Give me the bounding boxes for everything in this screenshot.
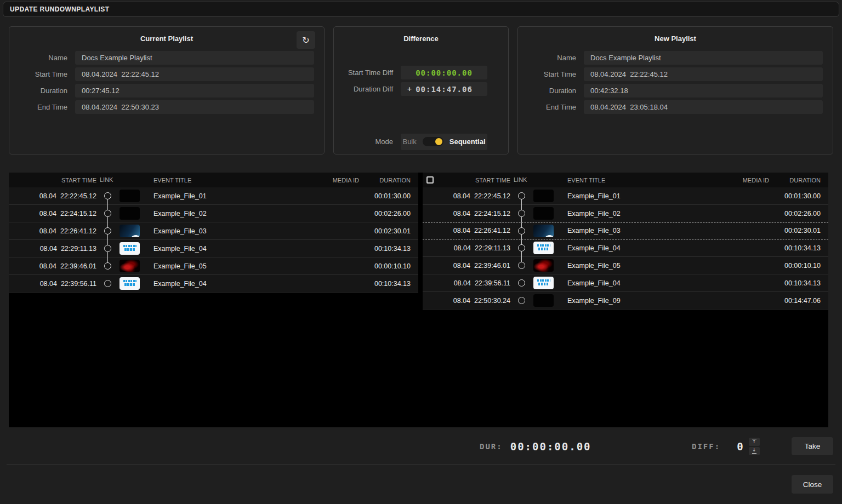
table-row[interactable]: 08.04 22:24:15.12Example_File_0200:02:26…: [9, 205, 418, 222]
link-icon[interactable]: [104, 280, 111, 287]
cell-start-time: 08.04 22:24:15.12: [9, 210, 96, 217]
new-playlist-panel: New Playlist Name Docs Example Playlist …: [517, 26, 833, 154]
table-row[interactable]: 08.04 22:39:56.11Example_File_0400:10:34…: [423, 274, 828, 292]
current-name-field[interactable]: Docs Example Playlist: [75, 51, 314, 65]
start-time-diff-value: 00:00:00.00: [416, 68, 473, 77]
thumbnail-cell: [532, 242, 561, 254]
dialog-title-bar: UPDATE RUNDOWNPLAYLIST: [3, 2, 839, 17]
cell-start-time: 08.04 22:26:41.12: [423, 227, 510, 234]
thumbnail: [533, 242, 554, 254]
cell-event-title: Example_File_02: [147, 210, 293, 217]
link-cell: [96, 240, 118, 257]
table-row[interactable]: 08.04 22:39:56.11Example_File_0400:10:34…: [9, 275, 418, 293]
table-row[interactable]: 08.04 22:22:45.12Example_File_0100:01:30…: [9, 187, 418, 205]
new-duration-field[interactable]: 00:42:32.18: [584, 84, 823, 98]
take-button[interactable]: Take: [792, 437, 833, 455]
thumbnail: [120, 260, 140, 272]
col-media-id: MEDIA ID: [293, 177, 359, 184]
cell-duration: 00:01:30.00: [359, 192, 418, 200]
thumbnail: [533, 190, 554, 202]
start-time-diff-display: 00:00:00.00: [401, 66, 487, 79]
cell-duration: 00:02:26.00: [359, 210, 418, 217]
link-icon[interactable]: [518, 192, 525, 199]
difference-title: Difference: [334, 35, 508, 43]
table-row[interactable]: 08.04 22:29:11.13Example_File_0400:10:34…: [9, 240, 418, 257]
col-event-title: EVENT TITLE: [561, 177, 703, 184]
link-icon[interactable]: [104, 227, 111, 234]
cell-duration: 00:10:34.13: [359, 245, 418, 253]
current-start-field[interactable]: 08.04.2024 22:22:45.12: [75, 67, 314, 81]
new-end-label: End Time: [524, 103, 584, 111]
cell-event-title: Example_File_01: [561, 192, 703, 200]
cell-event-title: Example_File_04: [561, 244, 703, 252]
link-icon[interactable]: [518, 297, 525, 304]
close-button[interactable]: Close: [792, 475, 833, 494]
link-icon[interactable]: [518, 279, 525, 287]
cell-duration: 00:10:34.13: [769, 279, 828, 287]
link-icon[interactable]: [104, 262, 111, 270]
cell-event-title: Example_File_01: [147, 192, 293, 200]
select-all-checkbox[interactable]: [426, 176, 434, 184]
link-cell: [96, 222, 118, 239]
cell-duration: 00:00:10.10: [769, 262, 828, 270]
start-time-diff-label: Start Time Diff: [340, 68, 401, 77]
thumbnail: [533, 207, 554, 220]
current-table-header: START TIME LINK EVENT TITLE MEDIA ID DUR…: [9, 173, 418, 187]
table-row[interactable]: 08.04 22:39:46.01Example_File_0500:00:10…: [9, 257, 418, 275]
current-start-label: Start Time: [15, 70, 75, 78]
thumbnail-cell: [532, 294, 561, 307]
thumbnail-cell: [118, 242, 147, 255]
thumbnail-cell: [532, 190, 561, 202]
move-to-bottom-button[interactable]: ↓: [749, 447, 760, 455]
cell-duration: 00:00:10.10: [359, 262, 418, 270]
col-link: LINK: [510, 173, 532, 187]
cell-duration: 00:10:34.13: [769, 244, 828, 252]
cell-start-time: 08.04 22:29:11.13: [423, 244, 510, 252]
thumbnail-cell: [532, 207, 561, 220]
table-row[interactable]: 08.04 22:50:30.24Example_File_0900:14:47…: [423, 292, 828, 310]
diff-steppers: ↑ ↓: [749, 438, 760, 455]
table-row[interactable]: 08.04 22:29:11.13Example_File_0400:10:34…: [423, 239, 828, 257]
link-icon[interactable]: [518, 244, 525, 251]
current-end-field[interactable]: 08.04.2024 22:50:30.23: [75, 100, 314, 114]
current-duration-label: Duration: [15, 87, 75, 95]
col-start-time: START TIME: [423, 177, 510, 184]
new-end-field[interactable]: 08.04.2024 23:05:18.04: [584, 100, 823, 114]
link-icon[interactable]: [518, 227, 525, 234]
refresh-icon: ↻: [302, 35, 309, 45]
table-row[interactable]: 08.04 22:39:46.01Example_File_0500:00:10…: [423, 257, 828, 274]
col-duration: DURATION: [769, 177, 828, 184]
current-playlist-table: START TIME LINK EVENT TITLE MEDIA ID DUR…: [9, 173, 418, 427]
table-row[interactable]: 08.04 22:26:41.12Example_File_0300:02:30…: [423, 222, 828, 239]
current-playlist-title: Current Playlist: [9, 35, 324, 43]
link-cell: [96, 257, 118, 274]
move-to-top-button[interactable]: ↑: [749, 438, 760, 446]
cell-start-time: 08.04 22:39:56.11: [9, 280, 96, 288]
mode-toggle[interactable]: [423, 137, 443, 146]
table-row[interactable]: 08.04 22:24:15.12Example_File_0200:02:26…: [423, 205, 828, 222]
table-row[interactable]: 08.04 22:26:41.12Example_File_0300:02:30…: [9, 222, 418, 240]
refresh-button[interactable]: ↻: [297, 31, 315, 49]
new-name-field[interactable]: Docs Example Playlist: [584, 51, 823, 65]
diff-counter: DIFF: 0 ↑ ↓: [692, 438, 760, 455]
link-icon[interactable]: [104, 245, 111, 252]
thumbnail-cell: [118, 277, 147, 290]
current-duration-field[interactable]: 00:27:45.12: [75, 84, 314, 98]
mode-option-sequential[interactable]: Sequential: [450, 138, 486, 146]
link-cell: [96, 275, 118, 292]
arrow-up-to-bar-icon: ↑: [752, 440, 756, 444]
link-icon[interactable]: [518, 210, 525, 217]
table-row[interactable]: 08.04 22:22:45.12Example_File_0100:01:30…: [423, 187, 828, 205]
link-icon[interactable]: [518, 262, 525, 269]
new-start-field[interactable]: 08.04.2024 22:22:45.12: [584, 67, 823, 81]
link-icon[interactable]: [104, 192, 111, 199]
cell-duration: 00:10:34.13: [359, 280, 418, 288]
duration-diff-display: + 00:14:47.06: [401, 82, 487, 96]
cell-start-time: 08.04 22:50:30.24: [423, 297, 510, 305]
duration-diff-label: Duration Diff: [340, 85, 401, 93]
mode-option-bulk[interactable]: Bulk: [402, 138, 416, 146]
link-icon[interactable]: [104, 210, 111, 217]
thumbnail: [120, 207, 140, 220]
cell-duration: 00:01:30.00: [769, 192, 828, 200]
thumbnail: [533, 225, 554, 237]
